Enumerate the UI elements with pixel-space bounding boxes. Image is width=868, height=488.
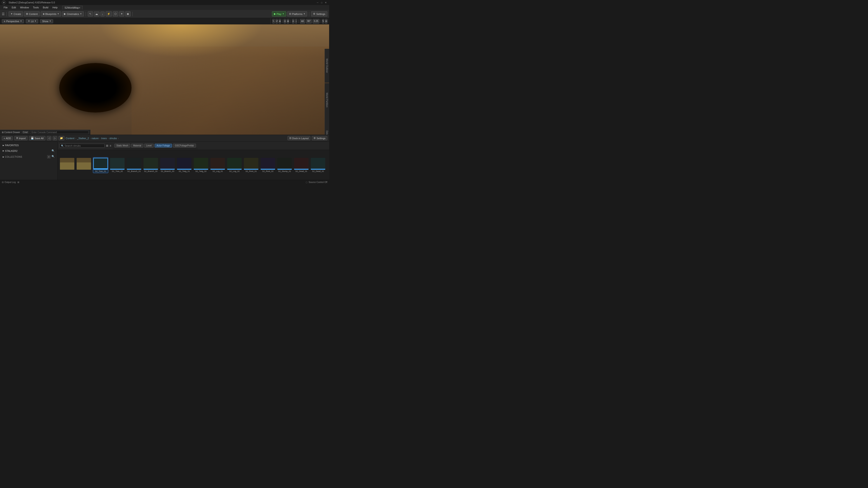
- menu-window[interactable]: Window: [18, 6, 31, 9]
- list-item[interactable]: S2_Stump_01: [277, 157, 292, 173]
- hamburger-icon[interactable]: ☰: [2, 12, 5, 16]
- collections-search-icon[interactable]: 🔍: [52, 155, 55, 159]
- landscape-mode-button[interactable]: ⛰: [94, 11, 99, 17]
- details-panel[interactable]: Details: [324, 117, 329, 135]
- scale-value-button[interactable]: 0.25: [313, 19, 319, 24]
- list-item[interactable]: [59, 157, 75, 173]
- breadcrumb-stalker2[interactable]: _Stalker_2: [77, 137, 89, 140]
- rotate-button[interactable]: ↺: [276, 19, 278, 24]
- save-all-button[interactable]: 💾 Save All: [29, 136, 45, 140]
- favorites-header[interactable]: ▶ FAVORITES: [2, 143, 56, 147]
- translate-button[interactable]: ↖: [272, 19, 275, 24]
- filter-static-mesh[interactable]: Static Mesh: [114, 144, 130, 148]
- viewport[interactable]: World Outliner World Partition Details: [0, 24, 329, 135]
- menu-tools[interactable]: Tools: [31, 6, 41, 9]
- create-button[interactable]: ✦ Create: [8, 11, 23, 17]
- maximize-viewport-button[interactable]: ⊟: [325, 19, 327, 24]
- surface-snapping-button[interactable]: ⊞: [287, 19, 289, 24]
- collections-header[interactable]: ▶ COLLECTIONS + 🔍: [2, 155, 56, 159]
- local-global-button[interactable]: ⊡: [284, 19, 286, 24]
- import-button[interactable]: ⬆ Import: [14, 136, 28, 140]
- camera-speed-button[interactable]: ⊙: [292, 19, 294, 24]
- filter-icon[interactable]: ≡: [110, 144, 111, 147]
- menu-help[interactable]: Help: [51, 6, 59, 9]
- list-item[interactable]: [76, 157, 92, 173]
- fracture-button[interactable]: ✦: [119, 11, 124, 17]
- list-item[interactable]: S2_Twig_02: [193, 157, 209, 173]
- filter-material[interactable]: Material: [131, 144, 143, 148]
- world-map-tab[interactable]: S2WorldMap+: [62, 6, 83, 9]
- viewport-perspective-button[interactable]: ≡ Perspective ▼: [2, 19, 24, 23]
- filter-gsc-foliage[interactable]: GSCFoliagePrefab: [173, 144, 196, 148]
- list-item[interactable]: S2_Log_02: [227, 157, 242, 173]
- select-mode-button[interactable]: ↖: [88, 11, 93, 17]
- mesh-paint-button[interactable]: ⬡: [113, 11, 118, 17]
- list-item[interactable]: S2_Root_02: [260, 157, 276, 173]
- brush-mode-button[interactable]: ⚡: [105, 11, 112, 17]
- cb-settings-icon: ⚙: [313, 137, 316, 140]
- add-collection-button[interactable]: +: [47, 155, 51, 159]
- content-drawer-button[interactable]: ⊞ Content Drawer: [2, 131, 20, 133]
- breadcrumb-shrubs[interactable]: shrubs: [110, 137, 117, 140]
- list-item[interactable]: S2_Branch_03: [160, 157, 175, 173]
- anim-button[interactable]: ◉: [125, 11, 131, 17]
- foliage-mode-button[interactable]: ↓: [100, 11, 105, 17]
- cb-settings-button[interactable]: ⚙ Settings: [312, 136, 327, 140]
- list-item[interactable]: S2_Tree_02: [110, 157, 125, 173]
- platforms-button[interactable]: ⊟ Platforms ▼: [287, 11, 307, 17]
- add-button[interactable]: + ADD: [2, 136, 13, 140]
- cmd-button[interactable]: Cmd: [22, 131, 29, 134]
- menu-edit[interactable]: Edit: [10, 6, 18, 9]
- blueprints-button[interactable]: ◈ Blueprints ▼: [41, 11, 61, 17]
- viewport-count-button[interactable]: 5: [322, 19, 324, 24]
- history-back-button[interactable]: ◁: [47, 136, 51, 140]
- filter-level[interactable]: Level: [144, 144, 154, 148]
- breadcrumb-trees[interactable]: trees: [101, 137, 107, 140]
- list-item[interactable]: S2_Branch_01: [126, 157, 142, 173]
- play-dropdown-icon: ▼: [282, 13, 284, 15]
- scale-button[interactable]: ⊕: [279, 19, 281, 24]
- list-item[interactable]: S2_Root_01: [243, 157, 259, 173]
- list-item[interactable]: S2_Branch_02: [143, 157, 158, 173]
- list-item[interactable]: S2_Tree_01: [93, 157, 108, 173]
- select-icon: ↖: [89, 12, 91, 15]
- history-forward-button[interactable]: ▷: [53, 136, 57, 140]
- folder-icon-button[interactable]: 📁: [59, 136, 64, 140]
- viewport-show-button[interactable]: Show ▼: [40, 19, 53, 23]
- asset-thumb-6: [144, 158, 158, 170]
- viewport-lit-button[interactable]: ☀ Lit ▼: [26, 19, 38, 23]
- asset-thumb-5: [127, 158, 141, 170]
- list-item[interactable]: S2_Dead_01: [293, 157, 309, 173]
- cb-filters: Static Mesh Material Level Actor Foliage…: [113, 142, 198, 149]
- cinematics-button[interactable]: ▶ Cinematics ▼: [62, 11, 84, 17]
- menu-build[interactable]: Build: [41, 6, 50, 9]
- close-button[interactable]: ✕: [324, 1, 327, 4]
- settings-button[interactable]: ⚙ Settings: [311, 11, 327, 17]
- menu-file[interactable]: File: [2, 6, 9, 9]
- minimize-button[interactable]: ─: [316, 1, 319, 4]
- search-input[interactable]: [65, 144, 103, 147]
- stalker2-search-icon[interactable]: 🔍: [52, 149, 55, 152]
- cmd-actions-button[interactable]: ⊞: [18, 181, 19, 184]
- search-options-icon[interactable]: ⊞: [106, 144, 108, 147]
- list-item[interactable]: S2_Twig_01: [177, 157, 192, 173]
- output-log-button[interactable]: ⊟ Output Log: [2, 181, 16, 184]
- breadcrumb-content[interactable]: Content: [66, 137, 74, 140]
- landscape-icon: ⛰: [95, 13, 98, 15]
- content-button[interactable]: ⊞ Content: [24, 11, 40, 17]
- list-item[interactable]: S2_Log_01: [210, 157, 225, 173]
- dock-in-layout-button[interactable]: ⊟ Dock in Layout: [287, 136, 310, 140]
- filter-actor-foliage[interactable]: Actor Foliage: [155, 144, 172, 148]
- stalker2-header[interactable]: ▶ STALKER2 🔍: [2, 149, 56, 153]
- source-control-button[interactable]: ◌ Source Control Off: [306, 181, 327, 184]
- grid-sphere-button[interactable]: ○: [295, 19, 297, 24]
- console-input[interactable]: [30, 131, 89, 134]
- world-outliner-panel[interactable]: World Outliner: [324, 49, 329, 83]
- world-partition-panel[interactable]: World Partition: [324, 83, 329, 117]
- grid-size-button[interactable]: ⊞ 1: [300, 19, 305, 24]
- breadcrumb-nature[interactable]: nature: [92, 137, 98, 140]
- maximize-button[interactable]: □: [320, 1, 323, 4]
- angle-button[interactable]: 90°: [306, 19, 312, 24]
- play-button[interactable]: ▶ Play ▼: [272, 11, 286, 17]
- list-item[interactable]: S2_Dead_02: [310, 157, 326, 173]
